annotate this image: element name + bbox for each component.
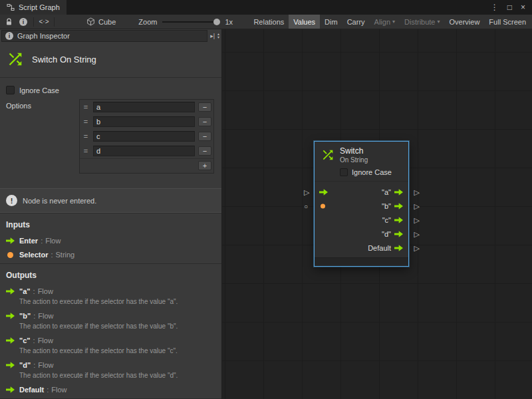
selector-value-icon [321, 203, 325, 208]
drag-handle-icon[interactable]: = [82, 103, 90, 111]
node-ignore-case-checkbox[interactable] [340, 168, 348, 176]
output-port-b[interactable]: ▷ [414, 201, 420, 210]
input-entry: Selector : String [0, 249, 221, 260]
tab-label: Script Graph [19, 3, 60, 11]
distribute-label: Distribute [404, 18, 435, 26]
remove-option-button[interactable]: − [198, 146, 211, 156]
window-menu-icon[interactable]: ⋮ [491, 3, 499, 12]
target-label: Cube [98, 18, 116, 26]
flow-port-icon [6, 237, 15, 244]
flow-input-port[interactable]: ▷ [304, 188, 309, 196]
port-separator: : [47, 386, 49, 394]
port-type: Flow [38, 287, 53, 295]
output-port-d[interactable]: ▷ [414, 229, 420, 238]
selector-input-port[interactable]: ○ [304, 202, 308, 209]
outputs-header: Outputs [0, 264, 221, 286]
tab-script-graph[interactable]: Script Graph [0, 0, 66, 15]
code-view-icon[interactable]: <·> [37, 16, 51, 28]
inputs-header: Inputs [0, 213, 221, 235]
script-graph-window: Script Graph ⋮ □ × i <·> Cube Zoom 1x Re… [0, 0, 532, 399]
port-separator: : [41, 237, 43, 245]
close-icon[interactable]: × [521, 3, 525, 12]
node-ports: ▷ "a" ▷ ○ "b" [315, 182, 408, 257]
port-label-c: "c" [382, 216, 391, 224]
unit-title: Switch On String [32, 55, 96, 65]
flow-port-icon [6, 313, 15, 319]
scroll-spinner-icon[interactable]: ▴▾ [217, 33, 219, 39]
port-name: Selector [19, 251, 48, 259]
option-input[interactable] [93, 131, 195, 142]
node-header: Switch On String [315, 142, 408, 166]
distribute-button[interactable]: Distribute ▾ [400, 15, 444, 29]
unit-header: Switch On String [0, 43, 221, 78]
graph-toolbar: i <·> Cube Zoom 1x Relations Values Dim … [0, 15, 532, 29]
flow-out-icon [394, 217, 403, 223]
zoom-slider-handle[interactable] [213, 19, 220, 25]
remove-option-button[interactable]: − [198, 102, 211, 112]
remove-option-button[interactable]: − [198, 132, 211, 141]
add-option-button[interactable]: + [198, 161, 211, 170]
output-port-a[interactable]: ▷ [414, 188, 420, 196]
toolbar-buttons: Relations Values Dim Carry Align ▾ Distr… [249, 15, 531, 29]
toolbar-separator [54, 17, 55, 27]
output-description: The action to execute if the selector ha… [19, 323, 215, 330]
port-separator: : [33, 312, 35, 320]
ignore-case-checkbox[interactable] [6, 86, 15, 94]
warning-icon: ! [6, 195, 17, 206]
window-controls: ⋮ □ × [491, 0, 532, 15]
node-port-row: Default ▷ [315, 241, 408, 255]
node-ignore-case-label: Ignore Case [352, 168, 392, 176]
input-entry: Enter : Flow [0, 235, 221, 246]
flow-port-icon [6, 288, 15, 295]
port-type: Flow [38, 336, 53, 344]
remove-option-button[interactable]: − [198, 117, 211, 126]
graph-canvas[interactable]: Switch On String Ignore Case ▷ "a" [222, 29, 532, 399]
port-type: Flow [38, 361, 53, 369]
info-toggle-icon[interactable]: i [16, 16, 31, 28]
outputs-section: Outputs "a" : Flow The action to execute… [0, 263, 221, 398]
port-name: "d" [19, 361, 31, 369]
zoom-slider[interactable] [162, 21, 219, 23]
options-list: = − = − = − = [79, 99, 214, 174]
flow-enter-icon [319, 189, 328, 196]
option-input[interactable] [93, 146, 195, 156]
node-port-row: ▷ "a" ▷ [315, 185, 408, 199]
port-name: "b" [19, 312, 31, 320]
port-separator: : [33, 361, 35, 369]
dim-button[interactable]: Dim [320, 15, 342, 29]
graph-inspector-title: Graph Inspector [17, 32, 70, 40]
cube-icon [86, 17, 95, 26]
zoom-label: Zoom [138, 18, 157, 26]
drag-handle-icon[interactable]: = [82, 118, 90, 126]
port-separator: : [33, 287, 35, 295]
option-input[interactable] [93, 102, 195, 112]
drag-handle-icon[interactable]: = [82, 132, 90, 140]
dock-panel-icon[interactable]: ▸| [210, 33, 215, 39]
graph-inspector-panel: i Graph Inspector ▸| ▴▾ Switch On String… [0, 29, 222, 399]
maximize-icon[interactable]: □ [507, 3, 512, 12]
switch-on-string-node[interactable]: Switch On String Ignore Case ▷ "a" [314, 141, 409, 267]
option-input[interactable] [93, 116, 195, 127]
output-description: The action to execute if the selector ha… [19, 298, 215, 305]
options-label: Options [6, 99, 79, 174]
flow-out-icon [394, 203, 403, 209]
overview-button[interactable]: Overview [445, 15, 485, 29]
port-separator: : [51, 251, 53, 259]
port-type: Flow [38, 312, 53, 320]
option-row: = − [80, 100, 213, 114]
node-subtitle: On String [340, 156, 368, 164]
lock-icon[interactable] [1, 16, 16, 28]
drag-handle-icon[interactable]: = [82, 147, 90, 155]
values-button[interactable]: Values [289, 15, 320, 29]
graph-target-selector[interactable]: Cube [86, 17, 116, 26]
align-label: Align [374, 18, 390, 26]
output-port-c[interactable]: ▷ [414, 215, 420, 224]
relations-button[interactable]: Relations [249, 15, 289, 29]
full-screen-button[interactable]: Full Screen [484, 15, 531, 29]
align-button[interactable]: Align ▾ [370, 15, 400, 29]
output-port-default[interactable]: ▷ [414, 243, 420, 252]
carry-button[interactable]: Carry [342, 15, 370, 29]
node-footer [315, 257, 408, 266]
graph-inspector-header: i Graph Inspector [1, 30, 207, 42]
port-separator: : [33, 336, 35, 344]
